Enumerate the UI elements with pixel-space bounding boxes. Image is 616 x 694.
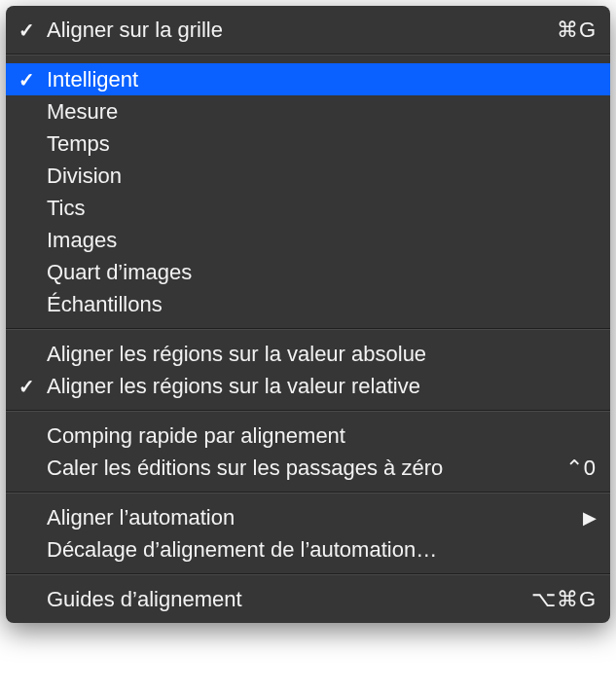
snap-mode-ticks[interactable]: Tics	[6, 192, 610, 224]
menu-separator	[6, 328, 610, 330]
menu-separator	[6, 54, 610, 55]
snap-mode-division[interactable]: Division	[6, 160, 610, 192]
snap-to-grid[interactable]: ✓Aligner sur la grille⌘G	[6, 14, 610, 46]
menu-separator	[6, 492, 610, 493]
menu-item-label: Temps	[47, 133, 597, 155]
snap-quick-swipe-comping[interactable]: Comping rapide par alignement	[6, 420, 610, 452]
checkmark-icon: ✓	[6, 377, 47, 396]
snap-mode-beat[interactable]: Temps	[6, 128, 610, 160]
snap-automation-submenu[interactable]: Aligner l’automation▶	[6, 501, 610, 533]
menu-item-label: Échantillons	[47, 294, 597, 315]
keyboard-shortcut: ⌃0	[565, 457, 597, 479]
menu-item-right: ⌥⌘G	[531, 589, 597, 610]
menu-item-label: Décalage d’alignement de l’automation…	[47, 539, 597, 561]
menu-item-label: Guides d’alignement	[47, 589, 531, 610]
menu-item-right: ⌃0	[565, 457, 597, 479]
menu-item-label: Intelligent	[47, 69, 597, 91]
menu-item-label: Aligner sur la grille	[47, 19, 557, 41]
menu-item-label: Aligner les régions sur la valeur relati…	[47, 376, 597, 397]
snap-regions-relative[interactable]: ✓Aligner les régions sur la valeur relat…	[6, 370, 610, 402]
menu-item-label: Mesure	[47, 101, 597, 123]
menu-separator	[6, 573, 610, 575]
menu-item-label: Comping rapide par alignement	[47, 425, 597, 447]
menu-item-label: Tics	[47, 198, 597, 219]
menu-item-label: Aligner l’automation	[47, 507, 575, 529]
menu-item-label: Division	[47, 165, 597, 187]
menu-item-label: Caler les éditions sur les passages à zé…	[47, 457, 565, 479]
keyboard-shortcut: ⌥⌘G	[531, 589, 597, 610]
menu-separator	[6, 410, 610, 412]
snap-mode-frames[interactable]: Images	[6, 224, 610, 256]
menu-item-right: ▶	[575, 509, 597, 527]
checkmark-icon: ✓	[6, 20, 47, 40]
menu-item-label: Images	[47, 230, 597, 251]
snap-mode-quarter-frames[interactable]: Quart d’images	[6, 256, 610, 288]
menu-item-label: Quart d’images	[47, 262, 597, 283]
menu-item-right: ⌘G	[557, 19, 597, 41]
menu-item-label: Aligner les régions sur la valeur absolu…	[47, 344, 597, 365]
snap-mode-smart[interactable]: ✓Intelligent	[6, 63, 610, 95]
alignment-guides[interactable]: Guides d’alignement⌥⌘G	[6, 583, 610, 615]
snap-edits-to-zero-crossings[interactable]: Caler les éditions sur les passages à zé…	[6, 452, 610, 484]
automation-snap-offset[interactable]: Décalage d’alignement de l’automation…	[6, 533, 610, 566]
submenu-arrow-icon: ▶	[583, 509, 597, 527]
snap-mode-samples[interactable]: Échantillons	[6, 288, 610, 320]
snap-mode-bar[interactable]: Mesure	[6, 95, 610, 128]
snap-regions-absolute[interactable]: Aligner les régions sur la valeur absolu…	[6, 338, 610, 370]
snap-menu: ✓Aligner sur la grille⌘G✓IntelligentMesu…	[6, 6, 610, 623]
keyboard-shortcut: ⌘G	[557, 19, 597, 41]
checkmark-icon: ✓	[6, 70, 47, 90]
